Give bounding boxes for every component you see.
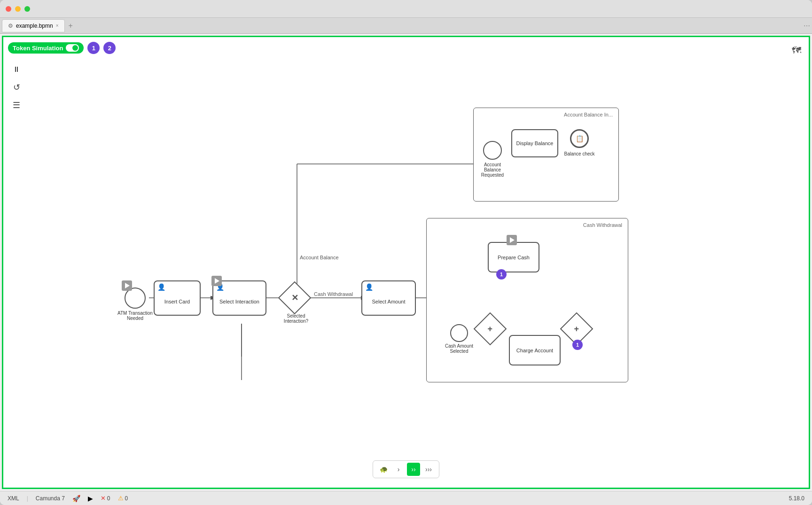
reset-icon: ↺: [13, 82, 20, 93]
slow-play-button[interactable]: 🐢: [377, 463, 390, 476]
account-balance-start-label: Account Balance Requested: [476, 162, 509, 178]
playback-controls: 🐢 › ›› ›››: [373, 460, 439, 478]
prepare-cash-play-overlay: [507, 235, 517, 245]
prepare-cash-label: Prepare Cash: [498, 255, 530, 260]
insert-card-label: Insert Card: [164, 299, 190, 304]
pool-cash-withdrawal-label: Cash Withdrawal: [583, 222, 622, 228]
prepare-cash-badge: 1: [496, 269, 507, 280]
token-simulation-label: Token Simulation: [13, 45, 63, 52]
close-button[interactable]: [6, 6, 11, 12]
select-amount-label: Select Amount: [372, 299, 406, 304]
token-simulation-toggle[interactable]: [66, 44, 79, 52]
token-simulation-badge[interactable]: Token Simulation: [8, 42, 84, 54]
cash-withdrawal-conn-label: Cash Withdrawal: [312, 291, 354, 297]
run-button[interactable]: ▶: [88, 495, 93, 502]
step-back-button[interactable]: ›: [392, 463, 405, 476]
pool-account-balance-label: Account Balance In...: [564, 112, 613, 117]
display-balance-task[interactable]: Display Balance: [511, 129, 558, 157]
log-button[interactable]: ☰: [10, 99, 23, 112]
select-interaction-play: [211, 276, 222, 286]
main-area: Token Simulation 1 2 ⏸ ↺ ☰ �: [0, 34, 812, 491]
cash-amount-selected-event[interactable]: [450, 324, 468, 342]
select-interaction-task[interactable]: 👤 Select Interaction: [212, 280, 266, 316]
pool-cash-withdrawal: Cash Withdrawal Prepare Cash 1 Cash Amou…: [426, 218, 628, 382]
right-gateway-badge: 1: [572, 340, 583, 350]
camunda-label: Camunda 7: [36, 495, 65, 502]
minimize-button[interactable]: [15, 6, 21, 12]
tab-menu-button[interactable]: ⋯: [804, 22, 810, 30]
select-interaction-label: Select Interaction: [219, 299, 259, 304]
error-indicator: ✕ 0: [101, 495, 110, 502]
tab-add-button[interactable]: +: [69, 22, 73, 30]
token-simulation-bar: Token Simulation 1 2: [8, 42, 116, 54]
log-icon: ☰: [13, 100, 20, 110]
map-icon[interactable]: 🗺: [789, 43, 804, 58]
display-balance-label: Display Balance: [516, 140, 554, 146]
title-bar: [0, 0, 812, 18]
sim-number-1: 1: [87, 42, 100, 54]
charge-account-task[interactable]: Charge Account: [509, 335, 561, 365]
selected-interaction-label: Selected Interaction?: [275, 313, 317, 324]
tab-bar: ⚙ example.bpmn × + ⋯: [0, 18, 812, 34]
status-bar: XML | Camunda 7 🚀 ▶ ✕ 0 ⚠ 0 5.18.0: [0, 491, 812, 505]
account-balance-conn-label: Account Balance: [298, 254, 340, 261]
sim-number-2: 2: [103, 42, 116, 54]
select-amount-task[interactable]: 👤 Select Amount: [361, 280, 416, 316]
right-joining-gateway[interactable]: +: [565, 317, 588, 341]
warning-indicator: ⚠ 0: [118, 495, 128, 502]
maximize-button[interactable]: [24, 6, 30, 12]
slow-icon: 🐢: [380, 466, 388, 473]
tab-close-button[interactable]: ×: [56, 23, 59, 28]
map-glyph: 🗺: [792, 45, 801, 56]
joining-gateway[interactable]: +: [478, 317, 502, 341]
cash-amount-selected-label: Cash Amount Selected: [438, 343, 480, 354]
pool-account-balance: Account Balance In... Account Balance Re…: [473, 108, 619, 202]
bpmn-arrows: [3, 37, 809, 488]
bpmn-canvas[interactable]: Token Simulation 1 2 ⏸ ↺ ☰ �: [2, 36, 810, 489]
gear-icon: ⚙: [8, 23, 13, 29]
step-back-icon: ›: [398, 466, 400, 473]
app-window: ⚙ example.bpmn × + ⋯ Token Simulation 1 …: [0, 0, 812, 505]
play-button[interactable]: ››: [407, 463, 420, 476]
balance-check-label: Balance check: [564, 151, 595, 156]
atm-start-label: ATM Transaction Needed: [110, 311, 160, 321]
deploy-button[interactable]: 🚀: [72, 495, 80, 502]
version-label: 5.18.0: [789, 495, 804, 502]
skip-icon: ›››: [425, 466, 432, 473]
atm-play-overlay: [122, 280, 132, 291]
charge-account-label: Charge Account: [516, 348, 553, 353]
pause-button[interactable]: ⏸: [10, 63, 23, 76]
atm-play-icon: [125, 283, 130, 288]
select-amount-icon: 👤: [365, 283, 373, 291]
skip-button[interactable]: ›››: [422, 463, 435, 476]
balance-check-end-event[interactable]: 📋: [570, 129, 589, 148]
play-icon: ››: [411, 466, 415, 473]
prepare-cash-task[interactable]: Prepare Cash: [488, 242, 539, 272]
xml-label: XML: [8, 495, 19, 502]
insert-card-task[interactable]: 👤 Insert Card: [154, 280, 201, 316]
insert-card-icon: 👤: [157, 283, 165, 291]
reset-button[interactable]: ↺: [10, 81, 23, 94]
tab-example-bpmn[interactable]: ⚙ example.bpmn ×: [2, 19, 65, 32]
tab-label: example.bpmn: [16, 23, 53, 29]
left-toolbar: ⏸ ↺ ☰: [10, 63, 23, 112]
account-balance-start-event[interactable]: [483, 141, 502, 160]
selected-interaction-gateway[interactable]: ✕: [283, 286, 306, 310]
pause-icon: ⏸: [13, 65, 20, 74]
play-triangle-icon: [510, 237, 515, 243]
